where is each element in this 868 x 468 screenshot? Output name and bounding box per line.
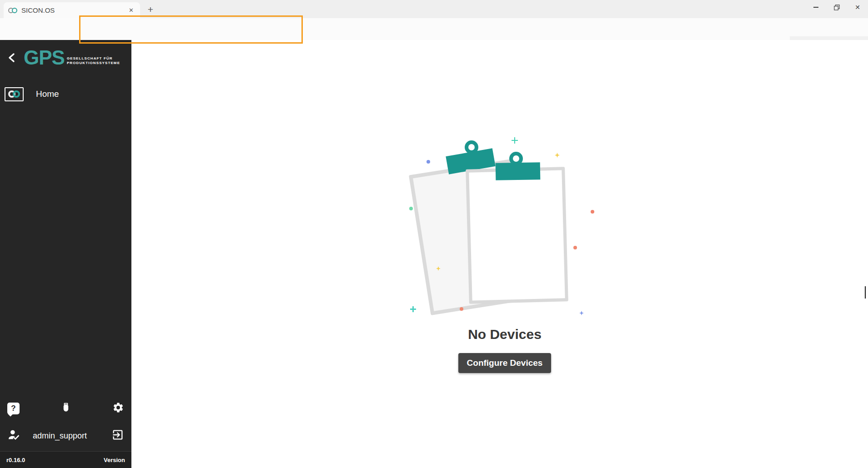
browser-tab[interactable]: SICON.OS ✕: [4, 2, 140, 18]
minimize-button[interactable]: [805, 0, 826, 15]
restore-icon: [834, 5, 840, 10]
confetti-star: [579, 311, 584, 315]
confetti-plus: [410, 306, 416, 312]
confetti-dot: [409, 207, 413, 210]
siconos-favicon-icon: [8, 8, 17, 13]
sidebar-user-row[interactable]: admin_support: [0, 420, 131, 451]
configure-devices-button[interactable]: Configure Devices: [458, 353, 552, 373]
confetti-star: [555, 153, 560, 158]
home-label: Home: [36, 89, 59, 99]
browser-toolbar: Not secure | https://siconos-cb9b.local/…: [0, 18, 868, 40]
sidebar: GPS GESELLSCHAFT FÜR PRODUKTIONSSYSTEME …: [0, 40, 131, 468]
confetti-dot: [460, 307, 463, 311]
empty-state-title: No Devices: [468, 327, 542, 342]
tab-title: SICON.OS: [21, 6, 127, 14]
restore-button[interactable]: [826, 0, 847, 15]
confetti-dot: [426, 160, 430, 164]
version-bar: r0.16.0 Version: [0, 451, 131, 468]
help-icon[interactable]: ?: [7, 403, 20, 414]
clipboards-illustration: [400, 131, 609, 324]
confetti-plus: [512, 137, 518, 144]
main-content: No Devices Configure Devices: [131, 40, 868, 468]
home-siconos-icon: [5, 87, 24, 101]
new-tab-button[interactable]: +: [145, 4, 156, 15]
gps-logo-subtitle: GESELLSCHAFT FÜR PRODUKTIONSSYSTEME: [67, 56, 120, 65]
sidebar-item-home[interactable]: Home: [0, 85, 131, 103]
username-label: admin_support: [33, 431, 111, 441]
empty-state: No Devices Configure Devices: [400, 131, 609, 373]
user-check-icon: [7, 428, 21, 443]
clipboard-front: [466, 167, 568, 304]
collapse-sidebar-chevron-icon[interactable]: [7, 52, 18, 63]
version-value: r0.16.0: [6, 457, 25, 463]
clipboard-clip-ring: [509, 152, 523, 165]
text-caret-artifact: [865, 286, 866, 299]
confetti-dot: [573, 246, 577, 249]
logout-icon[interactable]: [111, 428, 124, 443]
confetti-dot: [591, 210, 594, 214]
settings-gear-icon[interactable]: [112, 402, 124, 415]
window-controls: ✕: [805, 0, 868, 15]
close-button[interactable]: ✕: [847, 0, 868, 15]
gps-logo: GPS: [24, 49, 65, 67]
clipboard-clip-ring: [465, 140, 478, 154]
usb-icon[interactable]: [60, 402, 72, 415]
sidebar-header: GPS GESELLSCHAFT FÜR PRODUKTIONSSYSTEME: [0, 40, 131, 75]
sidebar-utility-icons: ?: [0, 397, 131, 420]
browser-titlebar: SICON.OS ✕ + ✕: [0, 0, 868, 18]
version-label: Version: [104, 457, 125, 463]
tab-close-icon[interactable]: ✕: [127, 6, 135, 15]
